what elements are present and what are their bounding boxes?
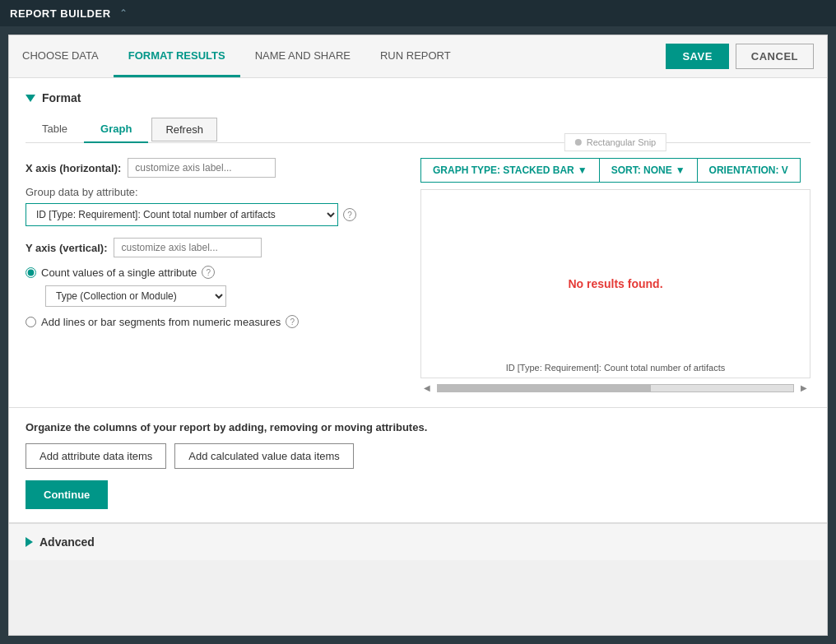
tab-format-results[interactable]: FORMAT RESULTS [114, 35, 240, 77]
sort-button[interactable]: SORT: NONE ▼ [600, 158, 698, 183]
top-bar: REPORT BUILDER ⌃ [0, 0, 836, 26]
add-calculated-button[interactable]: Add calculated value data items [174, 443, 354, 469]
count-single-label: Count values of a single attribute [41, 266, 197, 279]
format-section: Format Table Graph Refresh X axis (hor [9, 78, 827, 408]
collapse-icon[interactable]: ⌃ [119, 7, 128, 19]
scrollbar-track[interactable] [437, 384, 794, 392]
refresh-button[interactable]: Refresh [151, 118, 217, 141]
count-single-radio-row: Count values of a single attribute ? [26, 266, 404, 279]
y-axis-input[interactable] [114, 238, 262, 257]
tab-table[interactable]: Table [26, 116, 84, 143]
scroll-left-icon[interactable]: ◀ [420, 382, 434, 394]
attribute-select[interactable]: Type (Collection or Module) [45, 285, 226, 307]
graph-x-axis-label: ID [Type: Requirement]: Count total numb… [421, 363, 810, 373]
nav-tabs: CHOOSE DATA FORMAT RESULTS NAME AND SHAR… [22, 35, 466, 77]
no-results-text: No results found. [568, 277, 662, 290]
add-lines-help-icon[interactable]: ? [286, 315, 299, 328]
graph-controls: GRAPH TYPE: STACKED BAR ▼ SORT: NONE ▼ O… [420, 158, 810, 183]
group-help-icon[interactable]: ? [343, 208, 356, 221]
add-lines-radio[interactable] [26, 317, 36, 327]
graph-type-chevron-icon: ▼ [578, 164, 588, 176]
app-title: REPORT BUILDER [10, 7, 111, 20]
format-tabs: Table Graph Refresh [26, 116, 810, 143]
group-select-row: ID [Type: Requirement]: Count total numb… [26, 203, 404, 226]
sort-chevron-icon: ▼ [676, 164, 685, 176]
add-lines-label: Add lines or bar segments from numeric m… [41, 316, 281, 328]
snip-dot-icon [575, 139, 582, 146]
graph-area: No results found. ID [Type: Requirement]… [420, 189, 810, 378]
group-data-select[interactable]: ID [Type: Requirement]: Count total numb… [26, 203, 338, 226]
advanced-section: Advanced [9, 523, 827, 560]
count-single-help-icon[interactable]: ? [202, 266, 215, 279]
x-axis-row: X axis (horizontal): [26, 158, 404, 178]
count-single-radio[interactable] [26, 267, 36, 278]
x-axis-input[interactable] [128, 158, 276, 178]
format-body: X axis (horizontal): Group data by attri… [26, 158, 810, 394]
save-button[interactable]: SAVE [666, 44, 728, 69]
tab-name-and-share[interactable]: NAME AND SHARE [240, 35, 365, 77]
header-bar: CHOOSE DATA FORMAT RESULTS NAME AND SHAR… [9, 35, 827, 78]
scrollbar-container: ◀ ▶ [420, 382, 810, 394]
x-axis-label: X axis (horizontal): [26, 162, 121, 174]
attribute-select-container: Type (Collection or Module) [26, 285, 404, 315]
organize-text: Organize the columns of your report by a… [26, 421, 810, 433]
tab-graph[interactable]: Graph [84, 116, 148, 143]
organize-btn-row: Add attribute data items Add calculated … [26, 443, 810, 469]
organize-section: Organize the columns of your report by a… [9, 408, 827, 523]
cancel-button[interactable]: CANCEL [736, 44, 814, 69]
format-left-panel: X axis (horizontal): Group data by attri… [26, 158, 404, 394]
tab-run-report[interactable]: RUN REPORT [365, 35, 466, 77]
content-area: Format Table Graph Refresh X axis (hor [9, 78, 827, 560]
continue-button[interactable]: Continue [26, 480, 108, 509]
add-attribute-button[interactable]: Add attribute data items [26, 443, 166, 469]
advanced-title[interactable]: Advanced [26, 535, 810, 549]
format-right-panel: Rectangular Snip GRAPH TYPE: STACKED BAR… [420, 158, 810, 394]
scrollbar-thumb [438, 385, 651, 391]
tab-choose-data[interactable]: CHOOSE DATA [22, 35, 114, 77]
header-actions: SAVE CANCEL [666, 44, 814, 69]
add-lines-radio-row: Add lines or bar segments from numeric m… [26, 315, 404, 328]
group-data-label: Group data by attribute: [26, 186, 404, 198]
collapse-triangle-icon[interactable] [26, 95, 35, 102]
graph-type-button[interactable]: GRAPH TYPE: STACKED BAR ▼ [420, 158, 600, 183]
advanced-expand-icon [26, 537, 33, 547]
y-axis-label: Y axis (vertical): [26, 242, 107, 254]
main-container: CHOOSE DATA FORMAT RESULTS NAME AND SHAR… [8, 35, 828, 636]
scroll-right-icon[interactable]: ▶ [797, 382, 810, 394]
y-axis-row: Y axis (vertical): [26, 238, 404, 257]
snip-preview: Rectangular Snip [564, 133, 666, 151]
format-section-title: Format [26, 91, 810, 104]
orientation-button[interactable]: ORIENTATION: V [698, 158, 801, 183]
